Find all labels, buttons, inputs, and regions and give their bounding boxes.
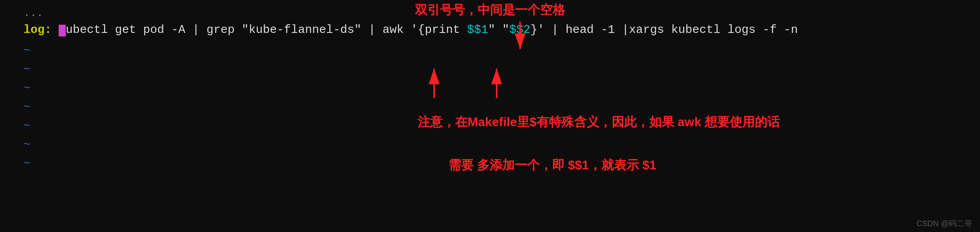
tilde-3: ~ xyxy=(23,79,980,98)
dollar2: $$2 xyxy=(509,23,530,36)
watermark: CSDN @码二哥 xyxy=(916,218,972,229)
annotation-top: 双引号号，中间是一个空格 xyxy=(415,2,565,19)
dollar1: $$1 xyxy=(467,23,488,36)
annotation-middle: 注意，在Makefile里$有特殊含义，因此，如果 awk 想要使用的话 xyxy=(418,114,780,131)
annotation-bottom: 需要 多添加一个，即 $$1，就表示 $1 xyxy=(449,157,657,174)
tilde-2: ~ xyxy=(23,60,980,79)
terminal-window: 双引号号，中间是一个空格 ... log: ubectl get pod -A … xyxy=(0,0,980,232)
tilde-lines: ~ ~ ~ ~ ~ ~ ~ xyxy=(0,41,980,173)
tilde-6: ~ xyxy=(23,135,980,154)
tilde-1: ~ xyxy=(23,41,980,60)
log-label: log: xyxy=(23,23,55,36)
command-text: ubectl get pod -A | grep "kube-flannel-d… xyxy=(55,23,798,36)
cursor xyxy=(59,25,66,36)
log-line: log: ubectl get pod -A | grep "kube-flan… xyxy=(0,23,980,36)
